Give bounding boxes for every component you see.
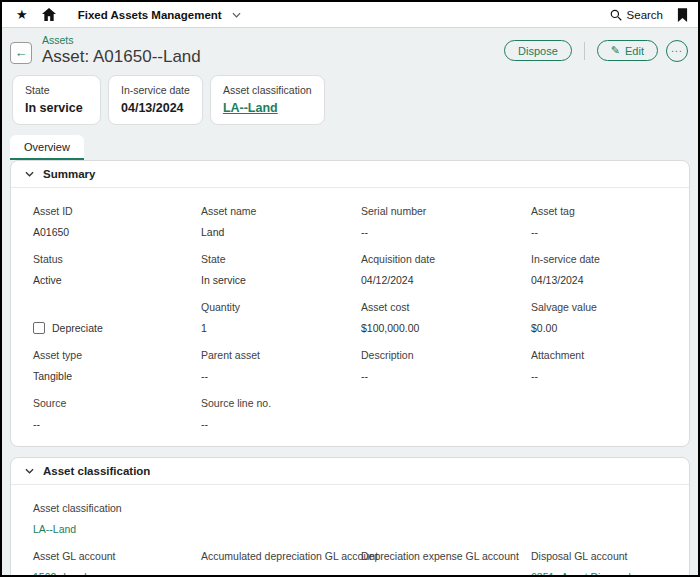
field-value: -- bbox=[201, 571, 353, 577]
field-label: Depreciation expense GL account bbox=[361, 550, 523, 562]
checkbox[interactable] bbox=[33, 322, 45, 334]
search-label: Search bbox=[627, 9, 663, 21]
field-label: Parent asset bbox=[201, 349, 353, 361]
field-label: Asset name bbox=[201, 205, 353, 217]
field-label: In-service date bbox=[531, 253, 675, 265]
field bbox=[353, 502, 523, 535]
ellipsis-icon: ... bbox=[671, 43, 682, 54]
field: Disposal GL account6351--Asset Disposal bbox=[523, 550, 675, 577]
field-value: Active bbox=[33, 274, 193, 286]
top-navigation-bar: ★ Fixed Assets Management Search bbox=[2, 2, 698, 28]
field: Quantity1 bbox=[193, 301, 353, 334]
summary-section-header[interactable]: Summary bbox=[11, 161, 689, 188]
bookmark-icon[interactable] bbox=[677, 8, 688, 22]
field-value-link[interactable]: 6351--Asset Disposal bbox=[531, 571, 675, 577]
card-label: In-service date bbox=[121, 84, 190, 96]
field-value-link[interactable]: LA--Land bbox=[33, 523, 193, 535]
field-value: -- bbox=[361, 226, 523, 238]
asset-classification-section-header[interactable]: Asset classification bbox=[11, 458, 689, 485]
chevron-down-icon[interactable] bbox=[232, 12, 241, 18]
field-label: Asset ID bbox=[33, 205, 193, 217]
field: Acquisition date04/12/2024 bbox=[353, 253, 523, 286]
field-label: Source line no. bbox=[201, 397, 353, 409]
asset-classification-section: Asset classification Asset classificatio… bbox=[10, 457, 690, 577]
field: Attachment-- bbox=[523, 349, 675, 382]
field-value: $100,000.00 bbox=[361, 322, 523, 334]
field-label: Asset tag bbox=[531, 205, 675, 217]
chevron-down-icon bbox=[25, 171, 34, 177]
field bbox=[353, 397, 523, 430]
more-actions-button[interactable]: ... bbox=[666, 40, 688, 62]
field bbox=[523, 397, 675, 430]
field-label: Asset cost bbox=[361, 301, 523, 313]
field-value: -- bbox=[201, 370, 353, 382]
field: Parent asset-- bbox=[193, 349, 353, 382]
field: Asset tag-- bbox=[523, 205, 675, 238]
field-value: $0.00 bbox=[531, 322, 675, 334]
dispose-button[interactable]: Dispose bbox=[504, 40, 572, 61]
card-label: Asset classification bbox=[223, 84, 312, 96]
field: Asset nameLand bbox=[193, 205, 353, 238]
field: Serial number-- bbox=[353, 205, 523, 238]
field-label bbox=[361, 502, 523, 514]
field-value: Land bbox=[201, 226, 353, 238]
breadcrumb[interactable]: Assets bbox=[42, 34, 504, 46]
field-value: -- bbox=[531, 226, 675, 238]
section-title: Asset classification bbox=[43, 465, 150, 477]
tab-bar: Overview bbox=[2, 125, 698, 160]
field-label: Asset type bbox=[33, 349, 193, 361]
field: Depreciate bbox=[25, 301, 193, 334]
summary-section: Summary Asset IDA01650Asset nameLandSeri… bbox=[10, 160, 690, 447]
page-title: Asset: A01650--Land bbox=[42, 47, 504, 67]
field: Source line no.-- bbox=[193, 397, 353, 430]
tab-overview[interactable]: Overview bbox=[10, 135, 84, 160]
search-icon bbox=[610, 9, 622, 21]
field-value: -- bbox=[33, 418, 193, 430]
field-value bbox=[361, 418, 523, 430]
card-label: State bbox=[25, 84, 88, 96]
field-value: 04/12/2024 bbox=[361, 274, 523, 286]
field: Description-- bbox=[353, 349, 523, 382]
field: Salvage value$0.00 bbox=[523, 301, 675, 334]
field-value: -- bbox=[361, 370, 523, 382]
edit-button[interactable]: ✎ Edit bbox=[597, 40, 658, 61]
summary-cards-row: State In service In-service date 04/13/2… bbox=[2, 71, 698, 125]
field-label: Source bbox=[33, 397, 193, 409]
section-title: Summary bbox=[43, 168, 95, 180]
field-value bbox=[531, 418, 675, 430]
field-label: Asset GL account bbox=[33, 550, 193, 562]
chevron-down-icon bbox=[25, 468, 34, 474]
field: Source-- bbox=[25, 397, 193, 430]
home-icon[interactable] bbox=[42, 8, 56, 21]
field: Asset IDA01650 bbox=[25, 205, 193, 238]
field-value: Tangible bbox=[33, 370, 193, 382]
field: Asset classificationLA--Land bbox=[25, 502, 193, 535]
field-label bbox=[33, 301, 193, 313]
in-service-date-card: In-service date 04/13/2024 bbox=[108, 75, 203, 125]
field-value: 1 bbox=[201, 322, 353, 334]
field-label: Serial number bbox=[361, 205, 523, 217]
field: StatusActive bbox=[25, 253, 193, 286]
back-button[interactable]: ← bbox=[10, 42, 32, 64]
field: Asset typeTangible bbox=[25, 349, 193, 382]
field-label bbox=[531, 397, 675, 409]
card-value: In service bbox=[25, 101, 88, 115]
field-label: Acquisition date bbox=[361, 253, 523, 265]
app-title[interactable]: Fixed Assets Management bbox=[78, 9, 222, 21]
field-label bbox=[531, 502, 675, 514]
pencil-icon: ✎ bbox=[611, 44, 620, 57]
field-label: State bbox=[201, 253, 353, 265]
field: Accumulated depreciation GL account-- bbox=[193, 550, 353, 577]
favorites-star-icon[interactable]: ★ bbox=[16, 7, 28, 22]
search-button[interactable]: Search bbox=[610, 9, 663, 21]
field-label bbox=[361, 397, 523, 409]
classification-fields-grid: Asset classificationLA--Land Asset GL ac… bbox=[11, 485, 689, 577]
field-label: Quantity bbox=[201, 301, 353, 313]
field-value: -- bbox=[361, 571, 523, 577]
asset-classification-link[interactable]: LA--Land bbox=[223, 101, 312, 115]
field-value: A01650 bbox=[33, 226, 193, 238]
field: Depreciation expense GL account-- bbox=[353, 550, 523, 577]
app-window: ★ Fixed Assets Management Search ← Asset… bbox=[0, 0, 700, 577]
field-value-link[interactable]: 1502--Land bbox=[33, 571, 193, 577]
depreciate-checkbox-field: Depreciate bbox=[33, 322, 193, 334]
